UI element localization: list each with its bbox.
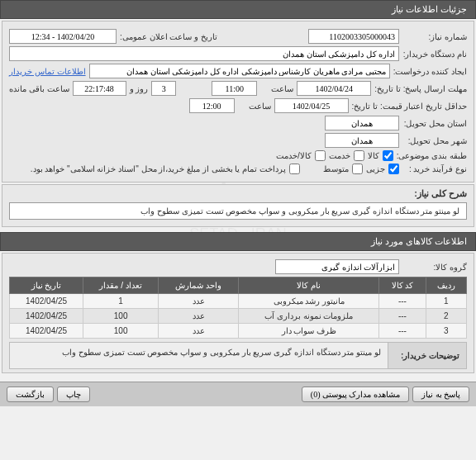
table-cell: --- (379, 294, 426, 309)
cat-goods-checkbox[interactable] (383, 150, 393, 161)
days-input (151, 81, 176, 96)
cat-both-label: کالا/خدمت (276, 151, 312, 160)
table-row[interactable]: 1---مانیتور رشد میکروبیعدد11402/04/25 (10, 294, 467, 309)
table-cell: 1402/04/25 (10, 324, 83, 339)
table-cell: --- (379, 324, 426, 339)
panel-header: جزئیات اطلاعات نیاز (0, 0, 476, 19)
table-header: ردیف (426, 277, 466, 294)
time-label-1: ساعت (260, 84, 293, 93)
purchase-opt1-label: جزیی (366, 164, 385, 173)
table-cell: 2 (426, 309, 466, 324)
table-cell: 100 (83, 324, 159, 339)
purchase-opt2-checkbox[interactable] (352, 164, 363, 174)
deadline-label: مهلت ارسال پاسخ: تا تاریخ: (374, 84, 467, 93)
table-row[interactable]: 3---ظرف سواب دارعدد1001402/04/25 (10, 324, 467, 339)
buyer-notes-text: لو مینتو متر دستگاه اندازه گیری سریع بار… (10, 343, 388, 368)
respond-button[interactable]: پاسخ به نیاز (412, 386, 469, 402)
cat-service-label: خدمت (329, 151, 350, 160)
group-label: گروه کالا: (402, 263, 467, 272)
description-section: شرح کلی نیاز: لو مینتو متر دستگاه اندازه… (2, 184, 474, 227)
need-loc-label: استان محل تحویل: (402, 119, 467, 128)
buyer-notes: توضیحات خریدار: لو مینتو متر دستگاه اندا… (9, 342, 467, 369)
table-cell: --- (379, 309, 426, 324)
table-header: کد کالا (379, 277, 426, 294)
validity-label: حداقل تاریخ اعتبار قیمت: تا تاریخ: (352, 102, 467, 111)
remain-time-input (73, 81, 126, 96)
goods-section: گروه کالا: ردیفکد کالانام کالاواحد شمارش… (2, 253, 474, 373)
deliver-loc-label: شهر محل تحویل: (402, 136, 467, 145)
table-header: واحد شمارش (159, 277, 239, 294)
table-cell: 1402/04/25 (10, 294, 83, 309)
deadline-time-input[interactable] (212, 81, 257, 96)
buyer-org-label: نام دستگاه خریدار: (402, 50, 467, 59)
payment-note: پرداخت تمام یا بخشی از مبلغ خرید،از محل … (31, 164, 286, 173)
desc-label: شرح کلی نیاز: (9, 188, 467, 199)
goods-table: ردیفکد کالانام کالاواحد شمارشتعداد / مقد… (9, 277, 467, 339)
table-header: تعداد / مقدار (83, 277, 159, 294)
details-section: شماره نیاز: تاریخ و ساعت اعلان عمومی: نا… (2, 21, 474, 183)
announce-input[interactable] (9, 29, 117, 44)
footer-bar: پاسخ به نیاز مشاهده مدارک پیوستی (0) چاپ… (0, 382, 476, 406)
cat-both-checkbox[interactable] (315, 150, 326, 161)
need-number-input[interactable] (308, 29, 399, 44)
table-cell: عدد (159, 294, 239, 309)
remain-label: ساعت باقی مانده (9, 84, 69, 93)
table-cell: 100 (83, 309, 159, 324)
table-cell: 3 (426, 324, 466, 339)
table-row[interactable]: 2---ملزومات نمونه برداری آبعدد1001402/04… (10, 309, 467, 324)
print-button[interactable]: چاپ (57, 386, 90, 402)
announce-label: تاریخ و ساعت اعلان عمومی: (120, 32, 217, 41)
time-label-2: ساعت (238, 102, 271, 111)
back-button[interactable]: بازگشت (7, 386, 54, 402)
need-city-input[interactable] (325, 116, 399, 130)
table-cell: 1402/04/25 (10, 309, 83, 324)
cat-goods-label: کالا (368, 151, 379, 160)
table-cell: 1 (426, 294, 466, 309)
table-header: تاریخ نیاز (10, 277, 83, 294)
table-cell: ملزومات نمونه برداری آب (239, 309, 379, 324)
table-cell: مانیتور رشد میکروبی (239, 294, 379, 309)
validity-date-input[interactable] (274, 98, 349, 113)
purchase-label: نوع فرآیند خرید : (402, 164, 467, 173)
table-cell: 1 (83, 294, 159, 309)
days-label: روز و (130, 84, 149, 93)
category-label: طبقه بندی موضوعی: (397, 151, 467, 160)
group-input[interactable] (275, 259, 399, 274)
table-header: نام کالا (239, 277, 379, 294)
cat-service-checkbox[interactable] (354, 150, 364, 161)
creator-label: ایجاد کننده درخواست: (393, 67, 467, 76)
buyer-org-input[interactable] (9, 46, 399, 61)
purchase-opt2-label: متوسط (323, 164, 349, 173)
desc-text: لو مینتو متر دستگاه اندازه گیری سریع بار… (9, 202, 467, 220)
attachments-button[interactable]: مشاهده مدارک پیوستی (0) (302, 386, 409, 402)
payment-checkbox[interactable] (289, 164, 300, 174)
buyer-notes-label: توضیحات خریدار: (388, 343, 466, 368)
deadline-date-input[interactable] (297, 81, 371, 96)
deliver-city-input[interactable] (325, 133, 399, 148)
table-cell: عدد (159, 324, 239, 339)
contact-link[interactable]: اطلاعات تماس خریدار (9, 67, 86, 76)
validity-time-input[interactable] (189, 98, 235, 113)
table-cell: ظرف سواب دار (239, 324, 379, 339)
need-number-label: شماره نیاز: (402, 32, 467, 41)
table-cell: عدد (159, 309, 239, 324)
purchase-opt1-checkbox[interactable] (388, 164, 399, 174)
creator-input[interactable] (89, 64, 390, 78)
goods-header: اطلاعات کالاهای مورد نیاز (0, 232, 476, 251)
